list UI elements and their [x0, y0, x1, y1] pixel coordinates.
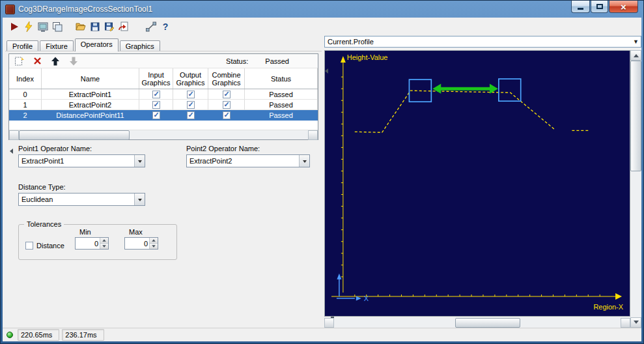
- col-combine-graphics: Combine Graphics: [208, 68, 245, 89]
- scroll-left-button[interactable]: [324, 318, 334, 328]
- profile-setup-button[interactable]: [144, 20, 158, 34]
- output-graphics-checkbox[interactable]: [187, 101, 195, 109]
- distance-type-select[interactable]: Euclidean: [18, 193, 145, 206]
- input-graphics-checkbox[interactable]: [152, 101, 160, 109]
- cell-output-graphics: [173, 89, 208, 100]
- move-operator-up-button[interactable]: [49, 55, 61, 67]
- maximize-icon: [596, 4, 603, 9]
- spin-up-button[interactable]: [100, 238, 108, 244]
- minimize-button[interactable]: [571, 1, 590, 13]
- run-tool-electric-button[interactable]: [21, 20, 36, 34]
- add-operator-button[interactable]: [13, 55, 25, 67]
- help-button[interactable]: ?: [158, 20, 173, 34]
- spin-down-button[interactable]: [100, 244, 108, 249]
- table-row[interactable]: 2 DistancePointPoint11 Passed: [9, 110, 318, 121]
- open-tool-button[interactable]: [74, 20, 88, 34]
- execution-time: 220.65ms: [18, 329, 59, 341]
- tolerances-title: Tolerances: [24, 220, 64, 228]
- chart-vertical-scrollbar[interactable]: [630, 50, 641, 328]
- display-pane: Current.Profile ▼ Height-ValueRegion-XX: [324, 35, 641, 328]
- cell-input-graphics: [139, 89, 173, 100]
- save-as-icon: [104, 21, 115, 33]
- display-icon: [37, 21, 49, 33]
- cell-index: 0: [9, 89, 42, 100]
- combine-graphics-checkbox[interactable]: [223, 101, 231, 109]
- tab-profile[interactable]: Profile: [7, 40, 38, 51]
- display-source-select[interactable]: Current.Profile ▼: [324, 36, 641, 48]
- triangle-up-icon: [152, 237, 156, 241]
- combine-graphics-checkbox[interactable]: [223, 111, 231, 119]
- status-bar: 220.65ms 236.17ms: [3, 328, 641, 341]
- spin-up-button[interactable]: [150, 238, 158, 244]
- lightning-icon: [23, 21, 35, 33]
- input-graphics-checkbox[interactable]: [152, 91, 160, 98]
- spinner-buttons: [100, 238, 108, 249]
- scrollbar-track[interactable]: [334, 318, 621, 328]
- scroll-down-button[interactable]: [630, 317, 641, 328]
- distance-tolerance-row: Distance: [25, 242, 64, 250]
- cell-combine-graphics: [208, 100, 245, 110]
- combine-graphics-checkbox[interactable]: [223, 91, 231, 98]
- scroll-left-button[interactable]: [9, 130, 19, 140]
- table-row[interactable]: 0 ExtractPoint1 Passed: [9, 89, 318, 100]
- maximize-button[interactable]: [591, 1, 608, 13]
- point1-operator-select[interactable]: ExtractPoint1: [18, 154, 145, 167]
- new-item-icon: [14, 56, 24, 66]
- scrollbar-thumb[interactable]: [455, 318, 520, 328]
- max-label: Max: [124, 228, 158, 236]
- point1-operator-field: Point1 Operator Name: ExtractPoint1: [18, 145, 145, 167]
- table-row[interactable]: 1 ExtractPoint2 Passed: [9, 100, 318, 110]
- cell-combine-graphics: [208, 89, 245, 100]
- cell-output-graphics: [173, 110, 208, 121]
- scrollbar-track[interactable]: [630, 61, 641, 317]
- grid-header: Index Name Input Graphics Output Graphic…: [9, 68, 318, 89]
- chevron-down-icon: [134, 155, 145, 167]
- save-tool-as-button[interactable]: [102, 20, 117, 34]
- close-button[interactable]: ×: [609, 1, 638, 13]
- triangle-left-icon: [322, 68, 328, 74]
- window-title: Cog3DRangeImageCrossSectionTool1: [18, 5, 152, 14]
- chevron-down-icon: [299, 155, 309, 167]
- cell-name: DistancePointPoint11: [42, 110, 139, 121]
- move-operator-down-button[interactable]: [68, 55, 79, 67]
- input-graphics-checkbox[interactable]: [152, 111, 160, 119]
- max-tolerance-spinner[interactable]: 0: [124, 237, 158, 250]
- tab-graphics[interactable]: Graphics: [120, 40, 160, 51]
- distance-type-label: Distance Type:: [18, 183, 145, 191]
- import-results-button[interactable]: [117, 20, 131, 34]
- app-icon[interactable]: [5, 5, 15, 14]
- run-tool-button[interactable]: [7, 20, 21, 34]
- svg-text:Region-X: Region-X: [593, 303, 623, 311]
- show-current-params-button[interactable]: [36, 20, 50, 34]
- distance-tolerance-checkbox[interactable]: [25, 242, 33, 250]
- output-graphics-checkbox[interactable]: [187, 111, 195, 119]
- profile-chart[interactable]: Height-ValueRegion-XX: [324, 50, 630, 317]
- caption-buttons: ×: [570, 1, 638, 13]
- grid-horizontal-scrollbar[interactable]: [9, 130, 318, 139]
- distance-type-field: Distance Type: Euclidean: [18, 183, 145, 206]
- profile-chart-svg: Height-ValueRegion-XX: [325, 51, 630, 316]
- scrollbar-thumb[interactable]: [630, 61, 641, 171]
- cell-input-graphics: [139, 100, 173, 110]
- save-tool-button[interactable]: [88, 20, 102, 34]
- output-graphics-checkbox[interactable]: [187, 91, 195, 98]
- operators-status: Status: Passed: [226, 57, 318, 65]
- min-tolerance-spinner[interactable]: 0: [75, 237, 109, 250]
- min-tolerance-field: Min 0: [75, 228, 109, 250]
- scrollbar-thumb[interactable]: [19, 130, 130, 140]
- point2-operator-label: Point2 Operator Name:: [186, 145, 310, 152]
- tab-operators[interactable]: Operators: [75, 38, 119, 51]
- spinner-buttons: [149, 238, 158, 249]
- copy-params-button[interactable]: [50, 20, 64, 34]
- scrollbar-track[interactable]: [19, 130, 308, 139]
- scroll-right-button[interactable]: [621, 318, 630, 328]
- scroll-right-button[interactable]: [308, 130, 318, 140]
- status-led: [7, 332, 13, 338]
- tab-fixture[interactable]: Fixture: [40, 40, 74, 51]
- scroll-up-button[interactable]: [630, 50, 641, 61]
- delete-operator-button[interactable]: [31, 55, 43, 67]
- spin-down-button[interactable]: [150, 244, 158, 249]
- point2-operator-select[interactable]: ExtractPoint2: [186, 154, 310, 167]
- main-toolbar: ?: [3, 18, 641, 36]
- chart-horizontal-scrollbar[interactable]: [324, 318, 630, 328]
